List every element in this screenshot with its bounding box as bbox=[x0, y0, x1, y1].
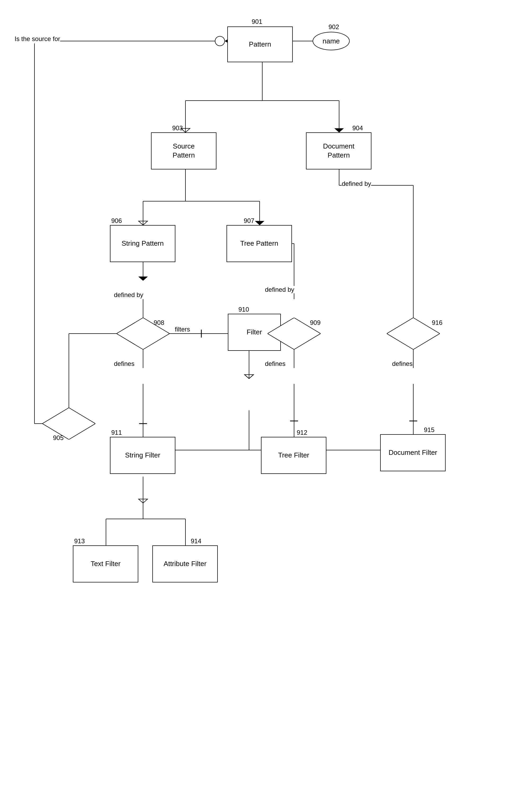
defines-1-label: defines bbox=[114, 360, 134, 367]
label-905: 905 bbox=[53, 434, 63, 441]
label-908: 908 bbox=[154, 319, 164, 327]
source-pattern-label: Source Pattern bbox=[173, 142, 195, 160]
name-label: name bbox=[323, 37, 340, 45]
svg-marker-10 bbox=[255, 221, 264, 225]
label-915: 915 bbox=[424, 426, 434, 434]
label-912: 912 bbox=[297, 429, 307, 436]
document-filter-label: Document Filter bbox=[389, 448, 438, 457]
diagram: Pattern 901 name 902 Source Pattern 903 … bbox=[0, 0, 528, 812]
filters-label: filters bbox=[175, 325, 190, 333]
text-filter-label: Text Filter bbox=[90, 560, 120, 568]
text-filter-box: Text Filter bbox=[73, 546, 138, 582]
defined-by-1-label: defined by bbox=[114, 291, 143, 299]
filter-label: Filter bbox=[247, 328, 262, 337]
svg-marker-5 bbox=[334, 128, 344, 132]
attribute-filter-box: Attribute Filter bbox=[152, 546, 218, 582]
diagram-lines bbox=[0, 0, 528, 812]
label-913: 913 bbox=[74, 537, 85, 545]
defines-2-label: defines bbox=[265, 360, 285, 367]
label-901: 901 bbox=[252, 18, 262, 25]
source-pattern-box: Source Pattern bbox=[151, 132, 216, 170]
pattern-label: Pattern bbox=[249, 40, 271, 49]
diamond-905 bbox=[42, 408, 95, 439]
svg-marker-12 bbox=[139, 277, 147, 281]
defines-3-label: defines bbox=[392, 360, 413, 367]
document-filter-box: Document Filter bbox=[380, 434, 446, 471]
document-pattern-label: Document Pattern bbox=[323, 142, 355, 160]
svg-marker-61 bbox=[42, 408, 95, 439]
defined-by-2-label: defined by bbox=[265, 286, 294, 293]
document-pattern-box: Document Pattern bbox=[306, 132, 371, 170]
label-906: 906 bbox=[111, 217, 122, 224]
tree-filter-box: Tree Filter bbox=[261, 437, 326, 474]
name-ellipse: name bbox=[313, 32, 350, 50]
label-907: 907 bbox=[244, 217, 254, 224]
string-pattern-box: String Pattern bbox=[110, 225, 175, 262]
label-911: 911 bbox=[111, 429, 122, 436]
label-914: 914 bbox=[191, 537, 201, 545]
defined-by-doc-label: defined by bbox=[342, 180, 371, 187]
label-903: 903 bbox=[172, 125, 183, 132]
label-904: 904 bbox=[352, 125, 363, 132]
label-910: 910 bbox=[239, 306, 249, 313]
string-filter-label: String Filter bbox=[125, 451, 160, 460]
label-909: 909 bbox=[310, 319, 320, 327]
tree-pattern-box: Tree Pattern bbox=[227, 225, 292, 262]
tree-pattern-label: Tree Pattern bbox=[240, 239, 279, 248]
label-916: 916 bbox=[432, 319, 442, 327]
string-pattern-label: String Pattern bbox=[122, 239, 164, 248]
svg-point-43 bbox=[215, 36, 225, 46]
is-source-for-label: Is the source for bbox=[15, 34, 60, 43]
string-filter-box: String Filter bbox=[110, 437, 175, 474]
attribute-filter-label: Attribute Filter bbox=[164, 560, 206, 568]
label-902: 902 bbox=[329, 23, 339, 31]
pattern-box: Pattern bbox=[227, 27, 293, 62]
tree-filter-label: Tree Filter bbox=[278, 451, 310, 460]
